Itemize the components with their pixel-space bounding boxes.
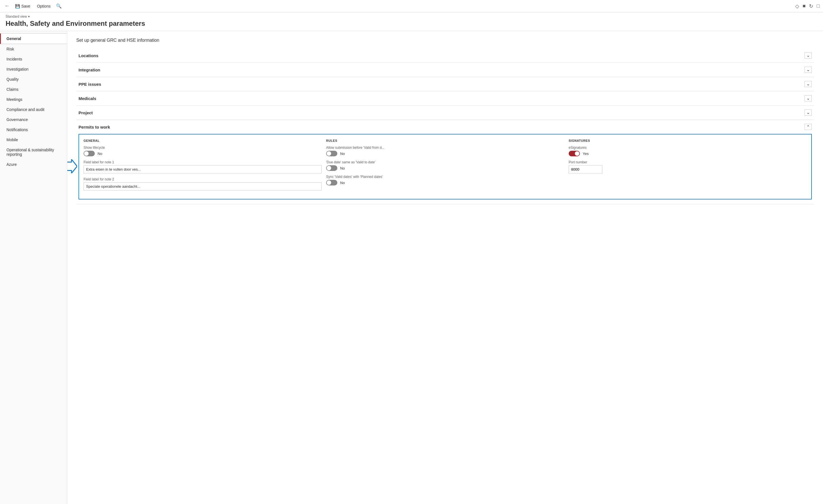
main-layout: General Risk Incidents Investigation Qua…	[0, 31, 823, 504]
toolbar: ← 💾 Save Options 🔍 ◇ ■ ↻ □	[0, 0, 823, 12]
sidebar-item-mobile[interactable]: Mobile	[0, 135, 67, 145]
general-column-title: GENERAL	[84, 139, 322, 142]
sync-dates-thumb	[327, 181, 331, 185]
project-header[interactable]: Project ⌄	[76, 105, 814, 119]
sidebar-item-azure[interactable]: Azure	[0, 160, 67, 170]
locations-header[interactable]: Locations ⌄	[76, 48, 814, 62]
show-lifecycle-value: No	[98, 152, 102, 156]
esignatures-toggle[interactable]	[569, 151, 580, 156]
esignatures-toggle-row: Yes	[569, 151, 807, 156]
field-note1-label: Field label for note 1	[84, 160, 322, 164]
esignatures-label: eSignatures	[569, 146, 807, 150]
sync-dates-toggle[interactable]	[326, 180, 337, 186]
due-date-label: 'Due date' same as 'Valid to date'	[326, 160, 564, 164]
medicals-chevron-icon: ⌄	[805, 95, 812, 101]
save-button[interactable]: 💾 Save	[13, 3, 32, 10]
allow-submission-thumb	[327, 151, 331, 156]
show-lifecycle-toggle[interactable]	[84, 151, 95, 156]
sidebar-item-quality[interactable]: Quality	[0, 74, 67, 84]
show-lifecycle-group: Show lifecycle No	[84, 146, 322, 156]
sync-dates-group: Sync 'Valid dates' with 'Planned dates' …	[326, 175, 564, 186]
field-note2-input[interactable]	[84, 182, 322, 191]
integration-header[interactable]: Integration ⌄	[76, 63, 814, 77]
project-chevron-icon: ⌄	[805, 109, 812, 116]
locations-chevron-icon: ⌄	[805, 52, 812, 58]
due-date-value: No	[340, 166, 345, 170]
due-date-toggle-row: No	[326, 165, 564, 171]
field-note1-group: Field label for note 1	[84, 160, 322, 174]
medicals-header[interactable]: Medicals ⌄	[76, 91, 814, 105]
svg-marker-0	[67, 160, 77, 174]
sidebar-item-risk[interactable]: Risk	[0, 44, 67, 54]
sync-dates-value: No	[340, 181, 345, 185]
ppe-chevron-icon: ⌄	[805, 81, 812, 87]
arrow-annotation	[67, 160, 77, 174]
sidebar-item-incidents[interactable]: Incidents	[0, 54, 67, 64]
search-button[interactable]: 🔍	[55, 2, 63, 10]
content-area: Set up general GRC and HSE information L…	[67, 31, 823, 504]
show-lifecycle-toggle-row: No	[84, 151, 322, 156]
permits-signatures-column: SIGNATURES eSignatures Yes	[569, 139, 807, 195]
refresh-icon[interactable]: ↻	[809, 3, 813, 9]
project-section: Project ⌄	[76, 105, 814, 120]
page-header: Standard view ▾ Health, Safety and Envir…	[0, 12, 823, 31]
permits-rules-column: RULES Allow submission before 'Valid fro…	[326, 139, 564, 195]
view-selector[interactable]: Standard view ▾	[6, 15, 817, 18]
permits-header[interactable]: Permits to work ⌃	[76, 120, 814, 134]
permits-section: Permits to work ⌃ GENERAL	[76, 120, 814, 204]
due-date-thumb	[327, 166, 331, 170]
due-date-toggle[interactable]	[326, 165, 337, 171]
allow-submission-toggle[interactable]	[326, 151, 337, 156]
show-lifecycle-label: Show lifecycle	[84, 146, 322, 150]
port-number-label: Port number	[569, 160, 807, 164]
sidebar-item-investigation[interactable]: Investigation	[0, 64, 67, 74]
esignatures-group: eSignatures Yes	[569, 146, 807, 156]
integration-section: Integration ⌄	[76, 63, 814, 77]
permits-chevron-icon: ⌃	[805, 124, 812, 130]
options-button[interactable]: Options	[35, 3, 53, 10]
diamond-icon[interactable]: ◇	[795, 3, 799, 9]
content-subtitle: Set up general GRC and HSE information	[76, 38, 814, 43]
field-note2-group: Field label for note 2	[84, 177, 322, 191]
sync-dates-label: Sync 'Valid dates' with 'Planned dates'	[326, 175, 564, 179]
sidebar-item-operational[interactable]: Operational & sustainability reporting	[0, 145, 67, 160]
esignatures-value: Yes	[583, 152, 589, 156]
sidebar-item-notifications[interactable]: Notifications	[0, 125, 67, 135]
allow-submission-toggle-row: No	[326, 151, 564, 156]
sidebar-item-general[interactable]: General	[0, 33, 67, 44]
locations-section: Locations ⌄	[76, 48, 814, 63]
esignatures-thumb	[575, 151, 579, 156]
rules-column-title: RULES	[326, 139, 564, 142]
sidebar-item-claims[interactable]: Claims	[0, 84, 67, 94]
permits-grid: GENERAL Show lifecycle No	[78, 134, 812, 200]
back-button[interactable]: ←	[3, 2, 11, 10]
sidebar-item-meetings[interactable]: Meetings	[0, 94, 67, 104]
medicals-section: Medicals ⌄	[76, 91, 814, 105]
show-lifecycle-thumb	[84, 151, 89, 156]
sidebar-item-governance[interactable]: Governance	[0, 114, 67, 125]
signatures-column-title: SIGNATURES	[569, 139, 807, 142]
sidebar-item-compliance[interactable]: Compliance and audit	[0, 104, 67, 114]
view-chevron-icon: ▾	[28, 15, 30, 18]
permits-general-column: GENERAL Show lifecycle No	[84, 139, 322, 195]
sync-dates-toggle-row: No	[326, 180, 564, 186]
office-icon[interactable]: ■	[803, 3, 806, 9]
due-date-group: 'Due date' same as 'Valid to date' No	[326, 160, 564, 171]
port-number-input[interactable]	[569, 165, 602, 174]
field-note1-input[interactable]	[84, 165, 322, 174]
sidebar: General Risk Incidents Investigation Qua…	[0, 31, 67, 504]
ppe-section: PPE issues ⌄	[76, 77, 814, 91]
window-icon[interactable]: □	[817, 3, 820, 9]
permits-body: GENERAL Show lifecycle No	[76, 134, 814, 204]
page-title: Health, Safety and Environment parameter…	[6, 20, 817, 27]
field-note2-label: Field label for note 2	[84, 177, 322, 181]
port-number-group: Port number	[569, 160, 807, 174]
toolbar-right-icons: ◇ ■ ↻ □	[795, 3, 820, 9]
allow-submission-value: No	[340, 152, 345, 156]
allow-submission-group: Allow submission before 'Valid from d...…	[326, 146, 564, 156]
allow-submission-label: Allow submission before 'Valid from d...	[326, 146, 564, 150]
ppe-header[interactable]: PPE issues ⌄	[76, 77, 814, 91]
integration-chevron-icon: ⌄	[805, 67, 812, 73]
save-icon: 💾	[15, 4, 20, 8]
